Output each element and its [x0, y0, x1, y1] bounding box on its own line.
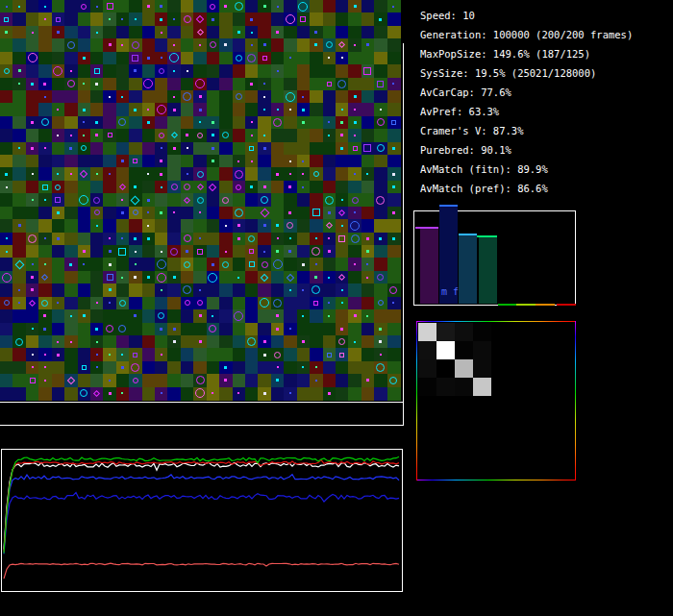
grid-cell [233, 0, 246, 13]
organism-dot-icon [289, 57, 291, 59]
grid-cell [258, 233, 271, 246]
grid-cell [271, 64, 285, 78]
grid-cell [233, 374, 246, 387]
grid-cell [361, 0, 375, 13]
grid-cell [38, 103, 52, 116]
organism-ring-icon [118, 325, 126, 333]
grid-cell [181, 167, 194, 181]
grid-cell [348, 155, 361, 168]
grid-cell [323, 12, 336, 26]
grid-cell [12, 348, 26, 361]
organism-ring-icon [171, 184, 178, 190]
grid-cell [284, 348, 297, 361]
history-line-blue-lower [4, 493, 399, 554]
grid-cell [193, 155, 207, 168]
grid-cell [233, 258, 246, 271]
grid-cell [90, 387, 104, 401]
organism-ring-icon [30, 378, 36, 383]
organism-dot-icon [379, 18, 382, 21]
organism-ring-icon [56, 17, 61, 22]
grid-cell [323, 233, 336, 246]
grid-cell [142, 207, 156, 220]
grid-cell [258, 374, 271, 387]
grid-cell [361, 335, 375, 349]
organism-dot-icon [31, 121, 34, 124]
grid-cell [38, 155, 52, 168]
grid-cell [387, 103, 401, 116]
organism-dot-icon [289, 392, 291, 394]
grid-cell [323, 142, 336, 156]
grid-cell [193, 142, 207, 156]
grid-cell [181, 309, 194, 323]
grid-cell [245, 181, 259, 194]
grid-cell [155, 361, 168, 375]
organism-ring-icon [389, 377, 397, 384]
grid-cell [387, 335, 401, 349]
organism-dot-icon [70, 315, 72, 317]
grid-cell [103, 12, 116, 26]
grid-cell [155, 90, 168, 104]
grid-cell [310, 283, 323, 297]
grid-cell [78, 181, 91, 194]
organism-ring-icon [377, 118, 385, 126]
organism-dot-icon [288, 250, 291, 253]
grid-cell [387, 245, 401, 259]
grid-cell [336, 374, 349, 387]
grid-cell [193, 90, 207, 104]
grid-cell [103, 78, 116, 91]
grid-cell [52, 38, 65, 52]
grid-cell [116, 142, 130, 156]
organism-ring-icon [327, 353, 332, 357]
organism-dot-icon [288, 211, 291, 214]
grid-cell [336, 387, 349, 401]
grid-cell [310, 348, 323, 361]
grid-cell [336, 38, 349, 52]
organism-ring-icon [234, 311, 243, 321]
grid-cell [193, 207, 207, 220]
organism-ring-icon [133, 353, 137, 357]
grid-cell [64, 258, 78, 271]
organism-dot-icon [83, 57, 86, 60]
grid-cell [116, 38, 130, 52]
grid-cell [38, 233, 52, 246]
grid-cell [116, 348, 130, 361]
grid-cell [64, 283, 78, 297]
grid-cell [38, 283, 52, 297]
organism-dot-icon [341, 225, 343, 227]
grid-cell [387, 258, 401, 271]
organism-ring-icon [94, 209, 100, 215]
grid-cell [155, 297, 168, 310]
grid-cell [336, 52, 349, 65]
grid-cell [219, 116, 233, 130]
grid-cell [52, 245, 65, 259]
grid-cell [116, 167, 130, 181]
grid-cell [348, 52, 361, 65]
organism-ring-icon [249, 249, 254, 254]
grid-cell [207, 64, 220, 78]
organism-dot-icon [121, 366, 124, 369]
organism-ring-icon [79, 195, 88, 205]
grid-cell [181, 245, 194, 259]
grid-cell [348, 297, 361, 310]
grid-cell [116, 297, 130, 310]
grid-cell [78, 167, 91, 181]
grid-cell [245, 116, 259, 130]
organism-dot-icon [328, 250, 331, 253]
organism-ring-icon [41, 274, 48, 281]
grid-cell [0, 271, 13, 284]
grid-cell [116, 219, 130, 233]
grid-cell [310, 271, 323, 284]
organism-ring-icon [247, 337, 256, 346]
organism-ring-icon [4, 300, 10, 306]
grid-cell [52, 219, 65, 233]
grid-cell [271, 258, 285, 271]
grid-cell [90, 297, 104, 310]
organism-dot-icon [18, 6, 20, 8]
organism-ring-icon [67, 41, 75, 49]
organism-dot-icon [134, 109, 137, 111]
grid-cell [38, 387, 52, 401]
grid-cell [310, 207, 323, 220]
grid-cell [310, 64, 323, 78]
grid-cell [12, 26, 26, 39]
grid-cell [64, 64, 78, 78]
